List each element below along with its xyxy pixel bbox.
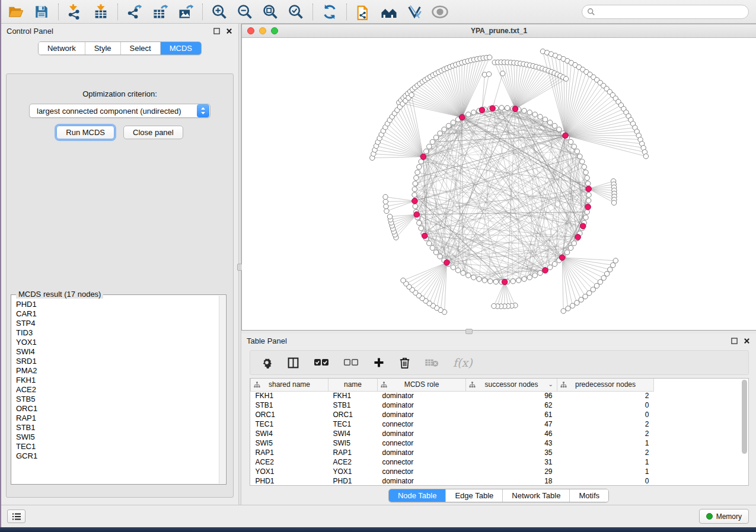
close-panel-icon[interactable] <box>225 27 233 35</box>
list-item[interactable]: STP4 <box>16 319 219 328</box>
optimization-criterion-select[interactable]: largest connected component (undirected) <box>29 104 210 118</box>
tab-style[interactable]: Style <box>85 42 120 55</box>
table-cell[interactable]: ACE2 <box>328 457 378 467</box>
table-cell[interactable]: 2 <box>557 448 654 457</box>
first-neighbors-icon[interactable] <box>380 3 398 21</box>
table-cell[interactable]: 1 <box>557 457 654 467</box>
table-cell[interactable]: 35 <box>466 448 557 457</box>
horizontal-splitter[interactable] <box>241 331 756 334</box>
list-item[interactable]: ORC1 <box>16 404 219 414</box>
table-cell[interactable]: TEC1 <box>328 419 378 429</box>
vertical-splitter[interactable] <box>238 24 241 505</box>
table-cell[interactable]: TEC1 <box>251 419 328 429</box>
import-table-icon[interactable] <box>92 3 110 21</box>
show-columns-icon[interactable] <box>287 357 299 369</box>
network-window-titlebar[interactable]: YPA_prune.txt_1 <box>242 24 756 38</box>
table-cell[interactable]: PHD1 <box>251 476 328 486</box>
float-panel-icon[interactable] <box>730 336 738 345</box>
table-cell[interactable]: 0 <box>557 476 654 486</box>
delete-table-icon[interactable] <box>425 358 439 367</box>
deselect-all-rows-icon[interactable] <box>343 358 359 367</box>
list-item[interactable]: SWI5 <box>16 432 219 442</box>
table-row[interactable]: SWI5SWI5connector431 <box>251 438 654 448</box>
table-row[interactable]: STB1STB1dominator620 <box>251 400 654 410</box>
table-cell[interactable]: FKH1 <box>251 391 328 400</box>
close-panel-icon[interactable] <box>742 336 751 345</box>
table-cell[interactable]: 1 <box>557 438 654 448</box>
column-header-name[interactable]: name <box>328 379 378 391</box>
table-cell[interactable]: 0 <box>557 400 654 410</box>
column-header-successor-nodes[interactable]: successor nodes⌄ <box>466 379 557 391</box>
list-item[interactable]: GCR1 <box>16 451 219 461</box>
node-table[interactable]: shared name name MCDS role successor nod… <box>250 378 749 486</box>
list-item[interactable]: FKH1 <box>16 376 219 385</box>
table-cell[interactable]: 96 <box>466 391 557 400</box>
table-cell[interactable]: 46 <box>466 429 557 438</box>
table-cell[interactable]: 2 <box>557 391 654 400</box>
column-settings-icon[interactable] <box>261 357 273 368</box>
select-all-rows-icon[interactable] <box>314 358 329 367</box>
import-network-icon[interactable] <box>66 3 84 21</box>
run-mcds-button[interactable]: Run MCDS <box>56 126 114 139</box>
open-file-icon[interactable] <box>7 3 25 21</box>
table-cell[interactable]: SWI4 <box>328 429 378 438</box>
float-panel-icon[interactable] <box>212 27 221 35</box>
table-cell[interactable]: SWI5 <box>328 438 378 448</box>
table-row[interactable]: SWI4SWI4dominator462 <box>251 429 654 438</box>
table-cell[interactable]: 47 <box>466 419 557 429</box>
table-cell[interactable]: connector <box>378 419 466 429</box>
add-row-icon[interactable] <box>373 357 385 368</box>
table-cell[interactable]: STB1 <box>328 400 378 410</box>
zoom-out-icon[interactable] <box>236 3 254 21</box>
table-cell[interactable]: 31 <box>466 457 557 467</box>
tab-edge-table[interactable]: Edge Table <box>445 489 502 502</box>
table-cell[interactable]: dominator <box>378 476 466 486</box>
table-cell[interactable]: RAP1 <box>251 448 328 457</box>
table-cell[interactable]: dominator <box>378 448 466 457</box>
table-cell[interactable]: YOX1 <box>251 467 328 476</box>
list-item[interactable]: TEC1 <box>16 442 219 451</box>
mcds-result-list[interactable]: PHD1CAR1STP4TID3YOX1SWI4SRD1PMA2FKH1ACE2… <box>12 297 219 483</box>
refresh-icon[interactable] <box>321 3 339 21</box>
memory-button[interactable]: Memory <box>699 509 749 524</box>
table-cell[interactable]: 1 <box>557 467 654 476</box>
list-item[interactable]: ACE2 <box>16 385 219 395</box>
table-row[interactable]: YOX1YOX1connector291 <box>251 467 654 476</box>
table-cell[interactable]: connector <box>378 457 466 467</box>
table-cell[interactable]: dominator <box>378 429 466 438</box>
list-item[interactable]: STB5 <box>16 395 219 404</box>
table-cell[interactable]: 2 <box>557 429 654 438</box>
table-cell[interactable]: 61 <box>466 410 557 419</box>
column-header-predecessor-nodes[interactable]: predecessor nodes <box>557 379 654 391</box>
hide-selected-icon[interactable] <box>406 3 423 21</box>
zoom-fit-icon[interactable] <box>261 3 279 21</box>
tab-network-table[interactable]: Network Table <box>502 489 569 502</box>
table-cell[interactable]: dominator <box>378 410 466 419</box>
result-list-scrollbar[interactable] <box>219 296 225 483</box>
list-item[interactable]: CAR1 <box>16 309 219 319</box>
table-row[interactable]: PHD1PHD1dominator180 <box>251 476 654 486</box>
table-row[interactable]: RAP1RAP1dominator352 <box>251 448 654 457</box>
table-cell[interactable]: FKH1 <box>328 391 378 400</box>
table-cell[interactable]: 18 <box>466 476 557 486</box>
table-row[interactable]: ORC1ORC1dominator610 <box>251 410 654 419</box>
delete-rows-icon[interactable] <box>399 357 410 369</box>
table-row[interactable]: ACE2ACE2connector311 <box>251 457 654 467</box>
new-network-from-selection-icon[interactable] <box>355 3 372 21</box>
list-item[interactable]: RAP1 <box>16 414 219 423</box>
table-cell[interactable]: PHD1 <box>328 476 378 486</box>
export-image-icon[interactable] <box>177 3 194 21</box>
zoom-selected-icon[interactable] <box>287 3 305 21</box>
table-cell[interactable]: dominator <box>378 400 466 410</box>
close-panel-button[interactable]: Close panel <box>123 126 183 139</box>
table-cell[interactable]: 2 <box>557 419 654 429</box>
table-scrollbar[interactable] <box>742 380 747 454</box>
function-builder-icon[interactable]: f(x) <box>453 356 473 369</box>
table-cell[interactable]: dominator <box>378 391 466 400</box>
table-cell[interactable]: RAP1 <box>328 448 378 457</box>
list-item[interactable]: SWI4 <box>16 347 219 357</box>
table-row[interactable]: TEC1TEC1connector472 <box>251 419 654 429</box>
save-session-icon[interactable] <box>33 3 50 21</box>
tab-node-table[interactable]: Node Table <box>389 489 446 502</box>
table-cell[interactable]: connector <box>378 467 466 476</box>
